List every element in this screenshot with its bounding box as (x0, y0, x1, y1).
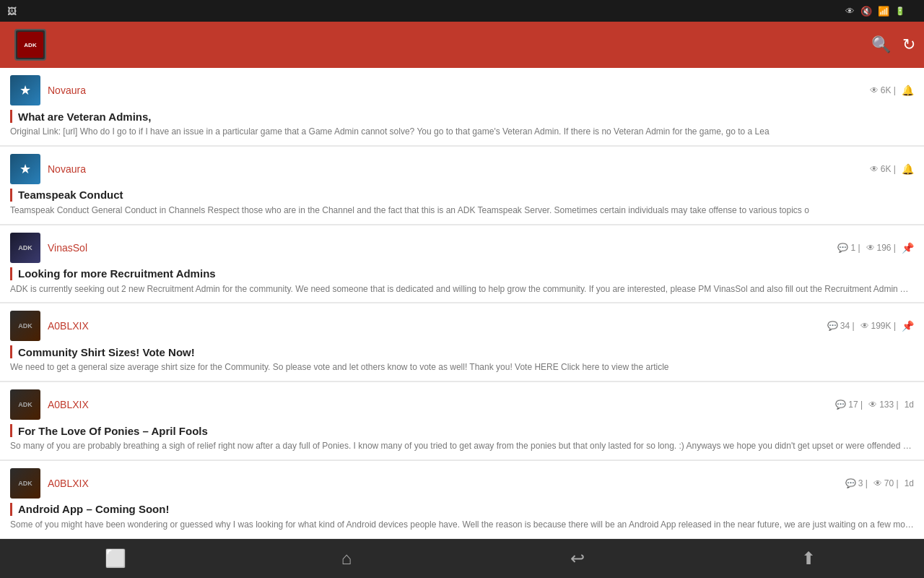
post-header: ADK VinasSol 💬 1 |👁 196 |📌 (10, 233, 914, 263)
post-author: Novaura (48, 85, 870, 96)
post-header: ADK A0BLXIX 💬 34 |👁 199K |📌 (10, 311, 914, 341)
post-title: Looking for more Recruitment Admins (18, 267, 216, 280)
post-excerpt: Teamspeak Conduct General Conduct in Cha… (10, 204, 914, 217)
avatar: ADK (10, 311, 40, 341)
comment-icon: 💬 (827, 321, 838, 331)
post-header: ★ Novaura 👁 6K |🔔 (10, 154, 914, 184)
post-header: ADK A0BLXIX 💬 3 |👁 70 |1d (10, 468, 914, 499)
post-card[interactable]: ADK A0BLXIX 💬 3 |👁 70 |1d Android App – … (0, 461, 924, 538)
avatar-star-icon: ★ (19, 82, 31, 98)
view-count: 👁 70 | (873, 478, 899, 488)
avatar: ADK (10, 233, 40, 263)
view-icon: 👁 (873, 478, 882, 488)
back-nav-button[interactable]: ↩ (556, 544, 599, 573)
comment-count: 💬 34 | (827, 321, 855, 331)
post-author: A0BLXIX (48, 478, 845, 489)
post-excerpt: ADK is currently seeking out 2 new Recru… (10, 283, 914, 296)
comment-icon: 💬 (835, 400, 846, 410)
title-bar-accent (10, 424, 12, 437)
post-title-row: Teamspeak Conduct (10, 189, 914, 202)
eye-icon: 👁 (845, 6, 855, 17)
title-bar-accent (10, 267, 12, 280)
post-title-row: Community Shirt Sizes! Vote Now! (10, 345, 914, 358)
app-logo (14, 29, 46, 61)
post-meta: 💬 17 |👁 133 |1d (835, 400, 914, 410)
bell-icon: 🔔 (902, 85, 914, 96)
view-icon: 👁 (868, 400, 877, 410)
post-title: Community Shirt Sizes! Vote Now! (18, 346, 195, 358)
post-title-row: Android App – Coming Soon! (10, 503, 914, 516)
avatar: ADK (10, 468, 40, 499)
post-author: VinasSol (48, 242, 837, 254)
search-icon[interactable]: 🔍 (871, 35, 891, 54)
post-meta: 💬 3 |👁 70 |1d (845, 478, 914, 488)
view-count: 👁 6K | (870, 164, 896, 174)
pin-icon: 📌 (902, 242, 914, 254)
post-card[interactable]: ADK A0BLXIX 💬 34 |👁 199K |📌 Community Sh… (0, 303, 924, 381)
view-icon: 👁 (870, 164, 879, 174)
post-title: For The Love Of Ponies – April Fools (18, 425, 208, 437)
post-author: A0BLXIX (48, 320, 827, 332)
time-ago: 1d (905, 478, 914, 488)
pin-icon: 📌 (902, 320, 914, 332)
status-bar: 🖼 👁 🔇 📶 🔋 (0, 0, 924, 22)
comment-count: 💬 1 | (837, 243, 860, 253)
post-excerpt: So many of you are probably breathing a … (10, 440, 914, 452)
post-header: ADK A0BLXIX 💬 17 |👁 133 |1d (10, 389, 914, 420)
view-count: 👁 196 | (866, 243, 896, 253)
title-bar-accent (10, 110, 12, 123)
avatar-label: ADK (18, 244, 32, 251)
mute-icon: 🔇 (860, 6, 872, 17)
posts-list[interactable]: ★ Novaura 👁 6K |🔔 What are Veteran Admin… (0, 68, 924, 539)
post-author: A0BLXIX (48, 399, 835, 410)
post-excerpt: We need to get a general size average sh… (10, 361, 914, 374)
home-button[interactable]: ⌂ (325, 544, 368, 573)
app-logo-inner (17, 32, 43, 58)
post-meta: 💬 34 |👁 199K |📌 (827, 320, 914, 332)
time-ago: 1d (905, 400, 914, 410)
post-meta: 👁 6K |🔔 (870, 85, 914, 96)
bell-icon: 🔔 (902, 163, 914, 175)
status-bar-left: 🖼 (7, 6, 17, 17)
post-meta: 👁 6K |🔔 (870, 163, 914, 175)
post-card[interactable]: ★ Novaura 👁 6K |🔔 Teamspeak Conduct Team… (0, 147, 924, 224)
recent-apps-button[interactable]: ⬜ (94, 544, 137, 573)
post-title-row: What are Veteran Admins, (10, 110, 914, 123)
post-author: Novaura (48, 163, 870, 175)
status-bar-right: 👁 🔇 📶 🔋 (845, 6, 917, 17)
bottom-nav: ⬜ ⌂ ↩ ⬆ (0, 539, 924, 578)
post-excerpt: Some of you might have been wondering or… (10, 519, 914, 531)
post-title-row: For The Love Of Ponies – April Fools (10, 424, 914, 437)
avatar-label: ADK (18, 480, 32, 487)
avatar-label: ADK (18, 401, 32, 408)
view-icon: 👁 (860, 321, 869, 331)
avatar-label: ADK (18, 322, 32, 329)
refresh-icon[interactable]: ↻ (902, 35, 915, 54)
post-title: Teamspeak Conduct (18, 189, 123, 201)
avatar-star-icon: ★ (19, 161, 31, 177)
view-count: 👁 6K | (870, 85, 896, 95)
avatar: ★ (10, 75, 40, 105)
post-meta: 💬 1 |👁 196 |📌 (837, 242, 914, 254)
post-card[interactable]: ADK A0BLXIX 💬 17 |👁 133 |1d For The Love… (0, 382, 924, 460)
post-card[interactable]: ★ Novaura 👁 6K |🔔 What are Veteran Admin… (0, 68, 924, 145)
scroll-up-button[interactable]: ⬆ (787, 544, 830, 573)
post-card[interactable]: ADK VinasSol 💬 1 |👁 196 |📌 Looking for m… (0, 225, 924, 303)
title-bar-accent (10, 345, 12, 358)
comment-icon: 💬 (837, 243, 848, 253)
post-title-row: Looking for more Recruitment Admins (10, 267, 914, 280)
wifi-icon: 📶 (878, 6, 889, 17)
view-count: 👁 199K | (860, 321, 896, 331)
post-excerpt: Original Link: [url] Who do I go to if I… (10, 126, 914, 138)
app-bar: 🔍 ↻ (0, 22, 924, 68)
title-bar-accent (10, 189, 12, 202)
avatar: ★ (10, 154, 40, 184)
post-title: What are Veteran Admins, (18, 111, 152, 123)
avatar: ADK (10, 389, 40, 420)
title-bar-accent (10, 503, 12, 516)
battery-icon: 🔋 (895, 7, 905, 16)
view-count: 👁 133 | (868, 400, 898, 410)
comment-count: 💬 17 | (835, 400, 863, 410)
post-title: Android App – Coming Soon! (18, 503, 169, 515)
comment-count: 💬 3 | (845, 478, 868, 488)
